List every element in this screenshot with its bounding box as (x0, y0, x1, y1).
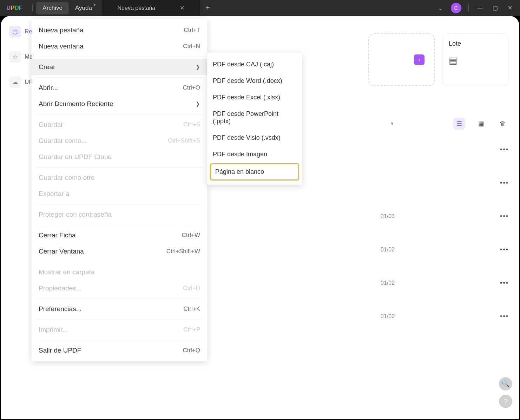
file-rows: ••• ••• 01/03••• 01/02••• 01/02••• 01/02… (354, 146, 509, 346)
menu-item-label: Guardar en UPDF Cloud (39, 153, 112, 161)
menu-item[interactable]: Crear❯ (32, 59, 207, 75)
more-icon[interactable]: ••• (500, 313, 509, 320)
card-lote[interactable]: Lote ▤ (442, 33, 509, 86)
chevron-right-icon: ❯ (196, 101, 200, 107)
close-button[interactable]: ✕ (503, 5, 517, 11)
menu-separator (36, 319, 203, 320)
separator (32, 4, 33, 12)
close-icon[interactable]: ✕ (180, 5, 184, 11)
more-icon[interactable]: ••• (500, 212, 509, 220)
row-date: 01/02 (381, 247, 395, 253)
file-row[interactable]: 01/02••• (354, 279, 509, 287)
search-fab[interactable]: 🔍 (499, 377, 512, 391)
menu-separator (36, 204, 203, 204)
menu-item-label: Abrir Dcumento Reciente (39, 100, 113, 108)
minimize-button[interactable]: — (472, 5, 488, 11)
menu-ayuda[interactable]: Ayuda (69, 2, 98, 14)
menu-item-label: Guardar (39, 121, 63, 129)
list-view-button[interactable]: ☰ (453, 118, 465, 130)
menu-item-label: Propiedades... (39, 284, 82, 292)
menu-separator (36, 114, 203, 114)
submenu-item[interactable]: PDF desde Visio (.vsdx) (207, 130, 302, 146)
menu-item-label: Salir de UPDF (39, 347, 81, 354)
avatar[interactable]: C (451, 3, 461, 13)
chevron-down-icon[interactable]: ⌄ (438, 4, 443, 12)
menu-item: Proteger con contraseña (32, 206, 207, 223)
menu-shortcut: Ctrl+K (183, 306, 200, 313)
menu-item: Guardar como otro (32, 170, 207, 186)
submenu-item[interactable]: PDF desde Excel (.xlsx) (207, 89, 302, 106)
submenu-item-blank-page[interactable]: Página en blanco (210, 163, 299, 181)
file-row[interactable]: 01/02••• (354, 246, 509, 253)
menu-item-label: Guardar como... (39, 137, 87, 145)
menu-ayuda-label: Ayuda (75, 5, 92, 11)
menu-item-label: Nueva ventana (39, 42, 84, 50)
menu-shortcut: Ctrl+Q (183, 347, 200, 354)
separator (468, 4, 469, 12)
menu-item[interactable]: Salir de UPDFCtrl+Q (32, 342, 207, 359)
menu-item-label: Proteger con contraseña (39, 211, 112, 218)
menu-item: GuardarCtrl+S (32, 117, 207, 133)
row-date: 01/02 (381, 313, 395, 320)
stack-icon: ▤ (449, 55, 502, 66)
submenu-item[interactable]: PDF desde PowerPoint (.pptx) (207, 106, 302, 130)
more-icon[interactable]: ••• (500, 279, 509, 287)
menu-item-label: Mostrar en carpeta (39, 268, 94, 276)
more-icon[interactable]: ••• (500, 146, 509, 153)
grid-view-button[interactable]: ▦ (475, 118, 487, 130)
file-row[interactable]: 01/02••• (354, 313, 509, 320)
tab-new[interactable]: Nueva pestaña ✕ (102, 0, 200, 16)
menu-separator (36, 340, 203, 340)
chevron-right-icon: ❯ (196, 64, 200, 70)
card-open-file[interactable]: › (368, 33, 435, 86)
submenu-item[interactable]: PDF desde Imagen (207, 146, 302, 163)
titlebar: UPDF Archivo Ayuda Nueva pestaña ✕ + ⌄ C… (0, 0, 520, 16)
crear-submenu: PDF desde CAJ (.caj)PDF desde Word (.doc… (207, 53, 302, 185)
file-row[interactable]: ••• (354, 179, 509, 186)
maximize-button[interactable]: ▢ (488, 5, 503, 11)
menu-item: Guardar como...Ctrl+Shift+S (32, 133, 207, 149)
menu-item[interactable]: Cerrar FichaCtrl+W (32, 227, 207, 243)
delete-button[interactable]: 🗑 (497, 118, 509, 130)
menu-separator (36, 262, 203, 262)
menu-item-label: Guardar como otro (39, 174, 94, 182)
menu-item-label: Exportar a (39, 190, 70, 198)
menu-item: Mostrar en carpeta (32, 264, 207, 280)
more-icon[interactable]: ••• (500, 246, 509, 253)
menu-item-label: Imprimir... (39, 326, 68, 334)
caret-down-icon[interactable]: ▼ (390, 121, 394, 126)
row-date: 01/03 (381, 213, 395, 219)
menu-item-label: Crear (39, 63, 55, 71)
card-title: Lote (449, 40, 502, 47)
more-icon[interactable]: ••• (500, 179, 509, 186)
menu-separator (36, 298, 203, 299)
menu-separator (36, 77, 203, 78)
chevron-right-icon: › (414, 54, 424, 65)
menu-item[interactable]: Nueva ventanaCtrl+N (32, 38, 207, 54)
help-fab[interactable]: ? (499, 395, 512, 408)
archivo-dropdown: Nueva pestañaCtrl+TNueva ventanaCtrl+NCr… (32, 19, 207, 361)
menu-shortcut: Ctrl+Shift+S (168, 137, 200, 144)
view-toolbar: ▼ ☰ ▦ 🗑 (390, 118, 509, 130)
menu-item[interactable]: Abrir...Ctrl+O (32, 80, 207, 96)
menu-archivo[interactable]: Archivo (36, 2, 69, 14)
menu-item[interactable]: Nueva pestañaCtrl+T (32, 22, 207, 38)
submenu-item[interactable]: PDF desde Word (.docx) (207, 73, 302, 89)
app-logo: UPDF (6, 5, 22, 12)
menu-shortcut: Ctrl+P (183, 326, 200, 333)
submenu-item[interactable]: PDF desde CAJ (.caj) (207, 56, 302, 73)
menu-item[interactable]: Cerrar VentanaCtrl+Shift+W (32, 243, 207, 260)
file-row[interactable]: ••• (354, 146, 509, 153)
menu-item: Exportar a (32, 186, 207, 202)
menu-shortcut: Ctrl+Shift+W (166, 248, 200, 255)
menu-item[interactable]: Abrir Dcumento Reciente❯ (32, 96, 207, 112)
menu-separator (36, 167, 203, 168)
menu-shortcut: Ctrl+T (184, 27, 200, 34)
add-tab-button[interactable]: + (206, 4, 210, 12)
menu-separator (36, 225, 203, 225)
menu-item-label: Cerrar Ficha (39, 231, 76, 239)
row-date: 01/02 (381, 280, 395, 286)
file-row[interactable]: 01/03••• (354, 212, 509, 220)
menu-separator (36, 57, 203, 57)
menu-item[interactable]: Preferencias...Ctrl+K (32, 301, 207, 317)
